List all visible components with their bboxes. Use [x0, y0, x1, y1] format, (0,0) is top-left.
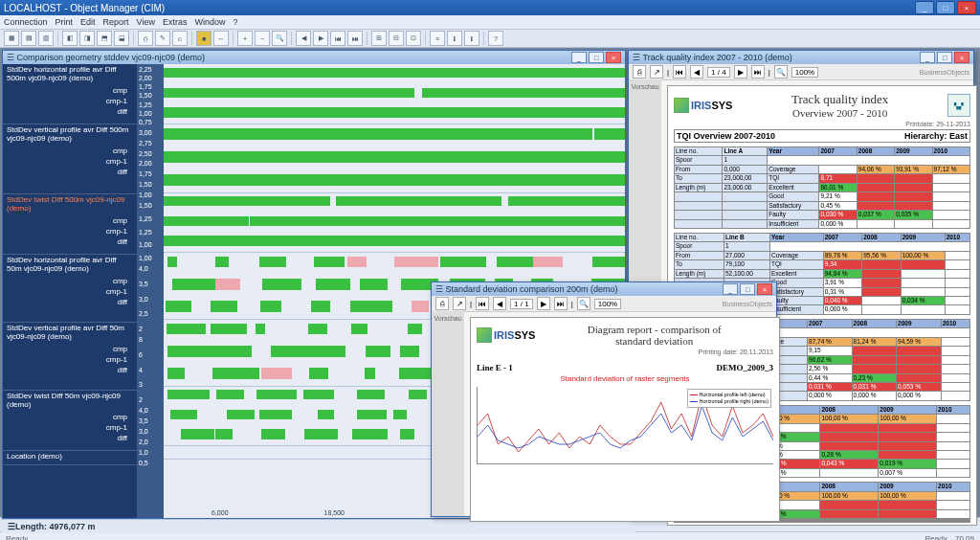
zoom-in-icon[interactable]: + — [237, 31, 253, 46]
businessobjects-logo: BusinessObjects — [723, 301, 772, 307]
zoom-icon[interactable]: 🔍 — [774, 65, 788, 79]
menu-print[interactable]: Print — [56, 17, 74, 27]
mdi-area: ☰ Comparison geometry stddev vjc09-njc09… — [0, 48, 980, 517]
diag-chart-title: Standard deviation of raster segments — [477, 374, 773, 383]
zoom-icon[interactable]: 🔍 — [577, 297, 590, 310]
first-page-icon[interactable]: ⏮ — [476, 297, 489, 310]
tb-icon[interactable]: ⫿ — [447, 31, 462, 46]
sub-min-button[interactable]: _ — [571, 52, 587, 63]
export-icon[interactable]: ↗ — [650, 65, 663, 79]
diag-legend: Horizontal profile left (demo) Horizonta… — [687, 389, 771, 408]
sub-max-button[interactable]: □ — [740, 283, 755, 295]
tb-icon[interactable]: ⊟ — [389, 31, 404, 46]
chart-window-title: Comparison geometry stddev vjc09-njc09 (… — [17, 53, 206, 62]
report-head-left: TQI Overview 2007-2010 — [677, 131, 775, 141]
menu-report[interactable]: Report — [103, 17, 129, 27]
next-page-icon[interactable]: ▶ — [537, 297, 550, 310]
tb-icon[interactable]: ▶ — [313, 31, 328, 46]
tb-icon[interactable]: ◧ — [62, 31, 78, 46]
sub-max-button[interactable]: □ — [937, 52, 952, 63]
legend-0: Horizontal profile left (demo) — [700, 392, 766, 398]
app-title: LOCALHOST - Object Manager (CIM) — [4, 3, 165, 13]
page-total: 1 — [524, 300, 528, 308]
sub-close-button[interactable]: × — [606, 52, 621, 63]
tb-icon[interactable]: ⊞ — [371, 31, 387, 46]
menu-window[interactable]: Window — [194, 17, 225, 27]
tqi-window-title: Track quality index 2007 - 2010 (demo) — [643, 53, 792, 62]
sub-min-button[interactable]: _ — [723, 283, 738, 295]
print-icon[interactable]: ⎙ — [435, 297, 449, 310]
sub-min-button[interactable]: _ — [920, 52, 935, 63]
last-page-icon[interactable]: ⏭ — [751, 65, 765, 79]
page-current[interactable]: 1 — [711, 68, 715, 77]
print-icon[interactable]: ⎙ — [633, 65, 646, 79]
menu-help[interactable]: ? — [233, 17, 237, 27]
businessobjects-logo: BusinessObjects — [920, 69, 969, 76]
tb-icon[interactable]: ⎙ — [138, 31, 153, 46]
tb-icon[interactable]: ⫿ — [464, 31, 479, 46]
page-total: 4 — [722, 68, 725, 77]
irissys-logo: IRISSYS — [674, 98, 732, 113]
main-toolbar: ▦▤▥ ◧◨⬒⬓ ⎙✎⎌ ■↔ +−🔍 ◀▶⏮⏭ ⊞⊟⊡ ≡⫿⫿ ? — [0, 30, 980, 48]
sub-close-button[interactable]: × — [954, 52, 969, 63]
zoom-icon[interactable]: 🔍 — [272, 31, 287, 46]
report-head-right: Hierarchy: East — [904, 131, 968, 141]
maximize-button[interactable]: □ — [936, 1, 955, 14]
chart-y-axis: 2,252,001,751,501,251,000,753,002,752,50… — [137, 64, 164, 518]
chart-window-titlebar[interactable]: ☰ Comparison geometry stddev vjc09-njc09… — [3, 51, 625, 64]
zoom-combo[interactable]: 100% — [594, 299, 621, 309]
menu-extras[interactable]: Extras — [163, 17, 188, 27]
close-button[interactable]: × — [957, 1, 976, 14]
prev-page-icon[interactable]: ◀ — [493, 297, 506, 310]
tqi-titlebar[interactable]: ☰ Track quality index 2007 - 2010 (demo)… — [629, 51, 973, 64]
status-left: Ready. — [6, 534, 30, 541]
minimize-button[interactable]: _ — [915, 1, 934, 14]
diag-window: ☰ Standard deviation comparison 200m (de… — [431, 281, 777, 517]
status-right: Ready. — [925, 534, 949, 541]
first-page-icon[interactable]: ⏮ — [673, 65, 686, 79]
tb-icon[interactable]: ⬓ — [114, 31, 129, 46]
sub-max-button[interactable]: □ — [589, 52, 604, 63]
next-page-icon[interactable]: ▶ — [734, 65, 747, 79]
status-coord: 70,09 — [955, 534, 974, 541]
diag-window-title: Standard deviation comparison 200m (demo… — [446, 284, 618, 294]
export-icon[interactable]: ↗ — [453, 297, 466, 310]
prev-page-icon[interactable]: ◀ — [690, 65, 703, 79]
menu-connection[interactable]: Connection — [4, 17, 48, 27]
last-page-icon[interactable]: ⏭ — [554, 297, 568, 310]
diag-chart: 2,52,01,51,00,5 Horizontal profile left … — [477, 387, 773, 464]
page-current[interactable]: 1 — [514, 300, 518, 308]
diag-page: IRISSYS Diagram report - comparison of s… — [470, 317, 780, 522]
print-date: Printdate: 29-11-2013 — [674, 121, 970, 127]
tb-icon[interactable]: ▥ — [38, 31, 54, 46]
menu-edit[interactable]: Edit — [80, 17, 96, 27]
diag-titlebar[interactable]: ☰ Standard deviation comparison 200m (de… — [432, 282, 776, 296]
tb-icon[interactable]: ✎ — [155, 31, 170, 46]
menu-view[interactable]: View — [137, 17, 155, 27]
irissys-logo: IRISSYS — [477, 327, 535, 343]
sub-close-button[interactable]: × — [757, 283, 772, 295]
tb-icon[interactable]: ▦ — [4, 31, 19, 46]
tb-icon[interactable]: ⏭ — [347, 31, 363, 46]
tb-icon[interactable]: ≡ — [430, 31, 445, 46]
tb-icon[interactable]: ? — [488, 31, 503, 46]
tb-icon[interactable]: ⎌ — [172, 31, 188, 46]
tb-icon[interactable]: ◀ — [296, 31, 311, 46]
chart-row-labels: StdDev horizontal profile avr Diff 500m … — [3, 64, 137, 518]
tb-icon[interactable]: ⬒ — [97, 31, 112, 46]
diag-line: Line E - 1 — [477, 363, 513, 372]
legend-1: Horizontal profile right (demo) — [700, 398, 768, 405]
tb-icon[interactable]: ⏮ — [330, 31, 345, 46]
zoom-out-icon[interactable]: − — [255, 31, 270, 46]
tb-icon[interactable]: ▤ — [21, 31, 36, 46]
client-logo: ▚▞ — [947, 94, 970, 117]
menubar: Connection Print Edit Report View Extras… — [0, 15, 980, 30]
zoom-combo[interactable]: 100% — [791, 67, 818, 78]
diag-printdate: Printing date: 20.11.2013 — [477, 349, 773, 355]
length-label: Length: 4976,077 m — [15, 522, 96, 531]
tb-icon[interactable]: ◨ — [79, 31, 95, 46]
tb-icon[interactable]: ⊡ — [406, 31, 421, 46]
tb-icon[interactable]: ■ — [196, 31, 212, 46]
app-titlebar: LOCALHOST - Object Manager (CIM) _ □ × — [0, 0, 980, 15]
tb-icon[interactable]: ↔ — [213, 31, 229, 46]
